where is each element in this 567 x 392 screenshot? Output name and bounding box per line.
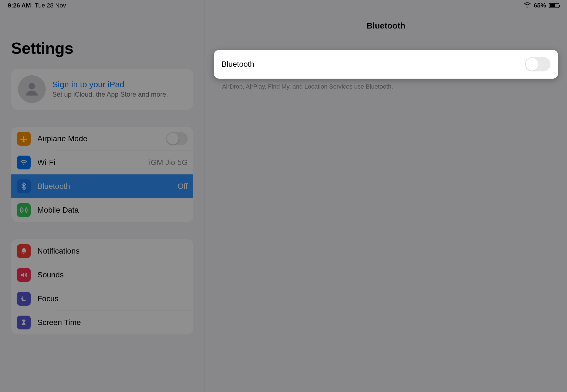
wifi-icon [524, 2, 531, 9]
sidebar-item-mobile-data[interactable]: Mobile Data [11, 198, 193, 222]
status-date: Tue 28 Nov [35, 2, 66, 9]
bluetooth-toggle[interactable] [525, 57, 550, 71]
signin-link[interactable]: Sign in to your iPad [52, 80, 124, 89]
bluetooth-toggle-row-highlighted[interactable]: Bluetooth [214, 50, 558, 79]
sidebar-item-screen-time[interactable]: Screen Time [11, 311, 193, 334]
airplane-icon [17, 132, 31, 146]
wifi-value: iGM Jio 5G [149, 158, 188, 167]
row-label: Airplane Mode [37, 134, 159, 143]
row-label: Focus [37, 294, 188, 303]
detail-footer: AirDrop, AirPlay, Find My, and Location … [214, 79, 558, 94]
sidebar-item-notifications[interactable]: Notifications [11, 239, 193, 263]
row-label: Sounds [37, 270, 188, 279]
page-title: Settings [11, 39, 194, 57]
sidebar-item-sounds[interactable]: Sounds [11, 263, 193, 287]
antenna-icon [17, 203, 31, 217]
row-label: Mobile Data [37, 206, 188, 215]
system-group: Notifications Sounds Focus Screen Time [11, 239, 194, 335]
row-label: Bluetooth [37, 182, 171, 191]
sidebar-item-wifi[interactable]: Wi-Fi iGM Jio 5G [11, 151, 193, 174]
settings-sidebar: Settings Sign in to your iPad Set up iCl… [0, 0, 205, 392]
speaker-icon [17, 268, 31, 282]
connectivity-group: Airplane Mode Wi-Fi iGM Jio 5G Bluetooth… [11, 127, 194, 222]
moon-icon [17, 292, 31, 306]
row-label: Screen Time [37, 318, 188, 327]
svg-point-2 [23, 210, 24, 211]
status-bar: 9:26 AM Tue 28 Nov 65% [0, 0, 567, 11]
bell-icon [17, 244, 31, 258]
sidebar-item-bluetooth[interactable]: Bluetooth Off [11, 174, 193, 198]
status-time: 9:26 AM [8, 2, 31, 9]
bluetooth-value: Off [177, 182, 188, 191]
bluetooth-icon [17, 179, 31, 193]
battery-icon [549, 3, 559, 8]
battery-pct: 65% [534, 2, 546, 9]
svg-point-0 [29, 83, 35, 89]
row-label: Wi-Fi [37, 158, 142, 167]
avatar [18, 75, 46, 103]
detail-row-label: Bluetooth [221, 60, 254, 69]
svg-point-1 [23, 164, 24, 165]
sidebar-item-focus[interactable]: Focus [11, 287, 193, 311]
wifi-settings-icon [17, 156, 31, 169]
hourglass-icon [17, 316, 31, 329]
signin-card[interactable]: Sign in to your iPad Set up iCloud, the … [11, 68, 194, 110]
row-label: Notifications [37, 247, 188, 256]
detail-title: Bluetooth [205, 21, 567, 30]
airplane-toggle[interactable] [166, 132, 188, 145]
sidebar-item-airplane[interactable]: Airplane Mode [11, 127, 193, 151]
signin-subtitle: Set up iCloud, the App Store and more. [52, 90, 168, 99]
